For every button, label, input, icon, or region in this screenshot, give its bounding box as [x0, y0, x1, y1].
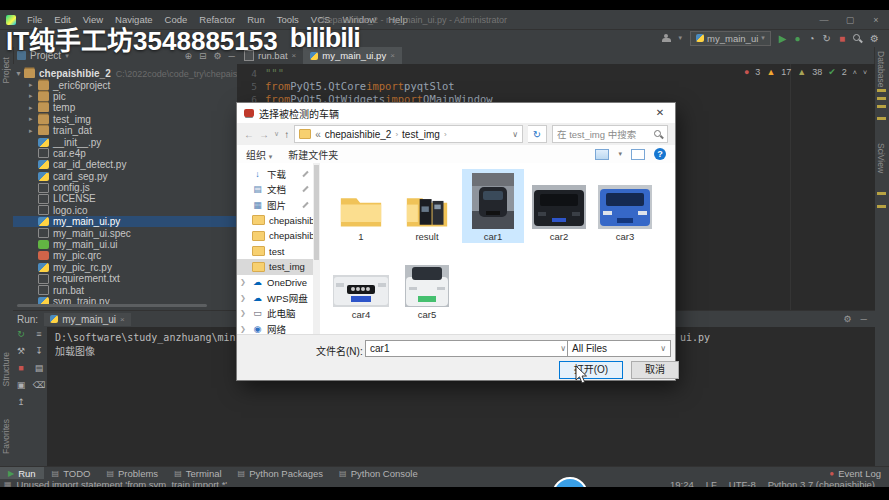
chevron-right-icon[interactable]: ▸: [29, 127, 38, 135]
sidebar-item-chepaishibi-1[interactable]: chepaishibi: [237, 213, 313, 229]
tree-item-run.bat[interactable]: run.bat: [13, 284, 237, 295]
open-button[interactable]: 打开(O): [559, 361, 623, 379]
soft-wrap-icon[interactable]: ≡: [36, 329, 41, 339]
file-tile-car1[interactable]: car1: [462, 169, 524, 243]
chevron-right-icon[interactable]: ▸: [29, 81, 38, 89]
sidebar-item-test[interactable]: test: [237, 244, 313, 260]
chevron-down-icon[interactable]: ▾: [618, 150, 622, 158]
filetype-select[interactable]: All Files ∨: [567, 340, 671, 357]
settings-gear-icon[interactable]: ⚙: [870, 33, 879, 44]
tree-item-config.js[interactable]: config.js: [13, 182, 237, 193]
file-tile-car4[interactable]: car4: [330, 247, 392, 321]
sidebar-scrollbar[interactable]: [313, 163, 320, 335]
tree-item-pic[interactable]: ▸pic: [13, 91, 237, 102]
dialog-title-bar[interactable]: 选择被检测的车辆 ✕: [237, 103, 675, 123]
tree-item-logo.ico[interactable]: logo.ico: [13, 205, 237, 216]
up-stack-icon[interactable]: ↥: [17, 397, 25, 407]
status-widget[interactable]: 19:24: [670, 479, 694, 487]
breadcrumb-segment[interactable]: chepaishibie_2: [325, 129, 392, 140]
tree-item-test_img[interactable]: ▸test_img: [13, 114, 237, 125]
sidebar-item-wps[interactable]: ❯☁WPS网盘: [237, 290, 313, 306]
sidebar-item-documents[interactable]: ▤文档: [237, 182, 313, 198]
tree-item-_eric6project[interactable]: ▸_eric6project: [13, 79, 237, 90]
sidebar-item-chepaishibi-2[interactable]: chepaishibi: [237, 228, 313, 244]
tree-item-car_id_detect.py[interactable]: car_id_detect.py: [13, 159, 237, 170]
file-tile-1[interactable]: 1: [330, 169, 392, 243]
close-icon[interactable]: ✕: [645, 103, 675, 123]
new-folder-button[interactable]: 新建文件夹: [288, 147, 338, 162]
hide-panel-icon[interactable]: ─: [861, 314, 867, 324]
up-icon[interactable]: ↑: [284, 129, 289, 140]
horizontal-scrollbar[interactable]: [17, 304, 207, 307]
file-tile-car2[interactable]: car2: [528, 169, 590, 243]
chevron-down-icon[interactable]: ∨: [512, 130, 518, 139]
sidebar-item-this-pc[interactable]: ❯▭此电脑: [237, 306, 313, 322]
rerun-icon[interactable]: ↻: [17, 329, 25, 339]
stop-icon[interactable]: ■: [18, 363, 23, 373]
forward-icon[interactable]: →: [259, 129, 269, 140]
tree-item-my_pic_rc.py[interactable]: my_pic_rc.py: [13, 262, 237, 273]
print-icon[interactable]: ▤: [35, 363, 44, 373]
chevron-expanded-icon[interactable]: ▼: [15, 70, 24, 77]
restore-layout-icon[interactable]: ▣: [17, 380, 26, 390]
chevron-down-icon[interactable]: ∨: [560, 344, 566, 353]
tool-tab-favorites[interactable]: Favorites: [1, 419, 11, 454]
tree-item-__init__.py[interactable]: __init__.py: [13, 136, 237, 147]
search-icon[interactable]: [853, 34, 862, 43]
address-breadcrumb[interactable]: « chepaishibie_2 › test_img › ∨: [294, 125, 523, 143]
tree-item-my_pic.qrc[interactable]: my_pic.qrc: [13, 250, 237, 261]
view-mode-icon[interactable]: [595, 149, 609, 160]
settings-gear-icon[interactable]: ⚙: [844, 314, 852, 324]
tree-item-temp[interactable]: ▸temp: [13, 102, 237, 113]
breadcrumb-segment[interactable]: test_img: [402, 129, 440, 140]
tree-item-my_main_ui.py[interactable]: my_main_ui.py: [13, 216, 237, 227]
organize-button[interactable]: 组织 ▾: [246, 147, 272, 162]
tree-item-my_main_ui.ui[interactable]: my_main_ui.ui: [13, 239, 237, 250]
tree-item-requirement.txt[interactable]: requirement.txt: [13, 273, 237, 284]
file-tile-result[interactable]: result: [396, 169, 458, 243]
maximize-icon[interactable]: ▢: [837, 15, 863, 25]
help-icon[interactable]: ?: [654, 148, 666, 160]
tool-tab-structure[interactable]: Structure: [1, 352, 11, 387]
tree-item-train_dat[interactable]: ▸train_dat: [13, 125, 237, 136]
chevron-right-icon[interactable]: ▸: [29, 115, 38, 123]
sidebar-item-test-img[interactable]: test_img: [237, 259, 313, 275]
tree-item-LICENSE[interactable]: LICENSE: [13, 193, 237, 204]
preview-pane-icon[interactable]: [631, 149, 645, 160]
close-icon[interactable]: ×: [390, 51, 395, 60]
sidebar-item-onedrive[interactable]: ❯☁OneDrive: [237, 275, 313, 291]
run-config-selector[interactable]: my_main_ui ▾: [690, 31, 771, 46]
recent-locations-icon[interactable]: ∨: [274, 130, 279, 138]
run-tab[interactable]: my_main_ui ×: [44, 313, 131, 326]
close-icon[interactable]: ×: [863, 15, 889, 25]
file-tile-car3[interactable]: car3: [594, 169, 656, 243]
minimize-icon[interactable]: —: [811, 15, 837, 25]
clear-all-icon[interactable]: ⌫: [33, 380, 46, 390]
chevron-right-icon[interactable]: ▸: [29, 92, 38, 100]
tool-tab-database[interactable]: Database: [876, 51, 886, 87]
tree-item-my_main_ui.spec[interactable]: my_main_ui.spec: [13, 227, 237, 238]
file-tile-car5[interactable]: car5: [396, 247, 458, 321]
sidebar-item-downloads[interactable]: ↓下载: [237, 166, 313, 182]
tool-tab-sciview[interactable]: SciView: [876, 143, 886, 173]
cancel-button[interactable]: 取消: [631, 361, 679, 379]
tree-item-card_seg.py[interactable]: card_seg.py: [13, 171, 237, 182]
run-icon[interactable]: ▶: [779, 33, 787, 44]
stop-icon[interactable]: ■: [839, 33, 845, 44]
debug-icon[interactable]: ●: [795, 33, 801, 44]
next-issue-icon[interactable]: ˅: [863, 69, 867, 76]
status-widget[interactable]: LF: [706, 479, 717, 487]
user-dropdown-icon[interactable]: ▾: [679, 34, 683, 42]
coverage-icon[interactable]: ◔: [809, 33, 815, 44]
scroll-to-end-icon[interactable]: ↧: [35, 346, 43, 356]
event-log-button[interactable]: ● Event Log: [829, 468, 889, 479]
close-icon[interactable]: ×: [120, 315, 125, 324]
sidebar-item-pictures[interactable]: ▦图片: [237, 197, 313, 213]
refresh-icon[interactable]: ↻: [528, 125, 547, 143]
rerun-icon[interactable]: ↻: [823, 33, 831, 44]
tool-tab-project[interactable]: Project: [1, 57, 11, 83]
status-widget[interactable]: UTF-8: [729, 479, 756, 487]
tree-root[interactable]: ▼ chepaishibie_2 C:\2022code\code_try\ch…: [13, 68, 237, 79]
stop-settings-icon[interactable]: ⚒: [17, 346, 25, 356]
chevron-right-icon[interactable]: ▸: [29, 104, 38, 112]
